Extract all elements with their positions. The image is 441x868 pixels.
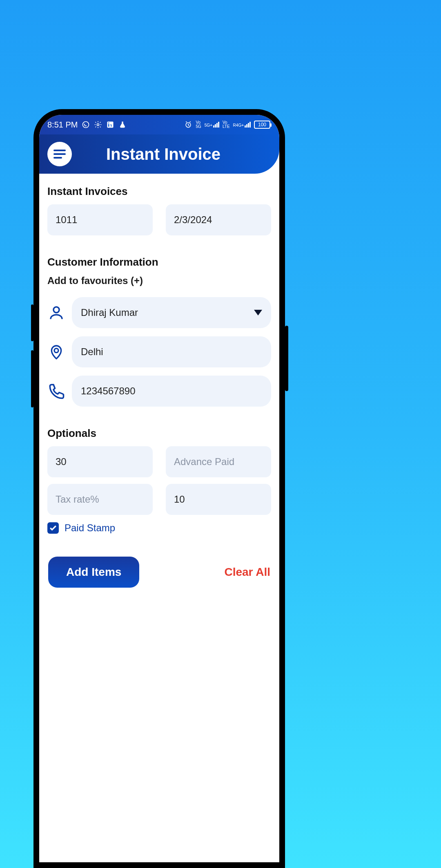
side-button	[31, 304, 33, 341]
status-time: 8:51 PM	[47, 120, 78, 130]
battery-level: 100	[258, 122, 266, 128]
side-button	[285, 326, 288, 391]
alarm-icon	[184, 121, 192, 129]
flask-icon	[118, 121, 127, 129]
app-bar: Instant Invoice	[39, 134, 279, 174]
section-heading-invoices: Instant Invoices	[47, 185, 271, 198]
svg-rect-3	[108, 124, 109, 127]
svg-point-4	[108, 123, 109, 124]
customer-phone-input[interactable]: 1234567890	[72, 376, 271, 407]
person-icon	[47, 304, 65, 322]
app-title: Instant Invoice	[56, 145, 271, 163]
optional-quantity-input[interactable]: 30	[47, 446, 153, 477]
status-bar: 8:51 PM Vo5G 5G+ VoLTE R4G+	[39, 115, 279, 134]
svg-point-0	[83, 122, 89, 128]
network-label: VoLTE	[223, 121, 230, 129]
customer-name-select[interactable]: Dhiraj Kumar	[72, 297, 271, 328]
chevron-down-icon	[254, 310, 262, 315]
svg-point-1	[97, 124, 99, 126]
invoice-date-input[interactable]: 2/3/2024	[166, 204, 271, 235]
phone-icon	[47, 382, 65, 400]
signal-bars-icon	[245, 122, 251, 128]
advance-paid-input[interactable]: Advance Paid	[166, 446, 271, 477]
battery-indicator: 100	[254, 121, 270, 129]
location-icon	[47, 343, 65, 361]
gear-icon	[94, 121, 102, 129]
network-label: 5G+	[205, 123, 212, 128]
screen: 8:51 PM Vo5G 5G+ VoLTE R4G+	[39, 115, 279, 862]
section-heading-optionals: Optionals	[47, 427, 271, 440]
optional-other-input[interactable]: 10	[166, 484, 271, 515]
invoice-number-input[interactable]: 1011	[47, 204, 153, 235]
network-label: Vo5G	[196, 121, 201, 129]
customer-phone-value: 1234567890	[81, 385, 135, 397]
svg-point-7	[54, 349, 58, 353]
paid-stamp-checkbox-row[interactable]: Paid Stamp	[47, 522, 271, 534]
whatsapp-icon	[82, 121, 90, 129]
checkbox-checked-icon	[47, 522, 59, 534]
section-heading-customer: Customer Information	[47, 256, 271, 268]
network-label: R4G+	[233, 123, 244, 128]
tax-rate-input[interactable]: Tax rate%	[47, 484, 153, 515]
customer-name-value: Dhiraj Kumar	[81, 307, 138, 318]
customer-city-value: Delhi	[81, 346, 103, 358]
paid-stamp-label: Paid Stamp	[65, 522, 115, 534]
add-to-favourites-button[interactable]: Add to favourites (+)	[47, 275, 271, 286]
side-button	[31, 350, 33, 407]
add-items-button[interactable]: Add Items	[48, 557, 139, 588]
signal-bars-icon	[213, 122, 219, 128]
phone-frame: 8:51 PM Vo5G 5G+ VoLTE R4G+	[33, 109, 285, 868]
linkedin-icon	[106, 121, 114, 129]
clear-all-button[interactable]: Clear All	[224, 566, 270, 579]
content-area: Instant Invoices 1011 2/3/2024 Customer …	[39, 174, 279, 600]
svg-rect-2	[107, 122, 114, 128]
svg-point-6	[53, 307, 59, 313]
customer-city-input[interactable]: Delhi	[72, 336, 271, 367]
